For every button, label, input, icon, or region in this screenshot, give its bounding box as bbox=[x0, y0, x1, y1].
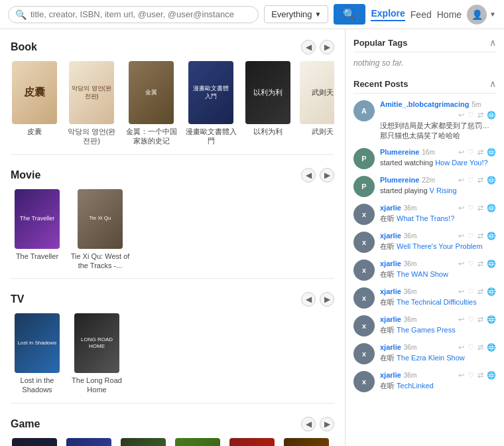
reply-icon[interactable]: ↩ bbox=[458, 371, 464, 380]
post-username[interactable]: Plumereine bbox=[380, 176, 419, 184]
list-item[interactable]: Baldur's Gate bbox=[11, 438, 58, 446]
book-nav-left[interactable]: ◀ bbox=[301, 40, 316, 54]
reply-icon[interactable]: ↩ bbox=[458, 287, 464, 296]
recent-posts-section: Recent Posts ∧ A Amitie_.blobcatgrimacin… bbox=[353, 78, 496, 392]
reply-icon[interactable]: ↩ bbox=[458, 343, 464, 352]
post-username[interactable]: xjarlie bbox=[380, 260, 401, 267]
list-item[interactable]: Lost Castle bbox=[65, 438, 113, 446]
more-icon[interactable]: 🌐 bbox=[487, 260, 496, 268]
post-username[interactable]: xjarlie bbox=[380, 287, 401, 295]
repost-icon[interactable]: ⇄ bbox=[477, 315, 483, 324]
book-nav-right[interactable]: ▶ bbox=[320, 40, 334, 54]
post-link[interactable]: The Ezra Klein Show bbox=[397, 354, 465, 362]
more-icon[interactable]: 🌐 bbox=[487, 176, 496, 185]
reply-icon[interactable]: ↩ bbox=[458, 204, 464, 212]
like-icon[interactable]: ♡ bbox=[468, 176, 474, 185]
list-item[interactable]: 以利为利 以利为利 bbox=[244, 61, 292, 146]
repost-icon[interactable]: ⇄ bbox=[477, 176, 483, 185]
recent-posts-header: Recent Posts ∧ bbox=[353, 78, 496, 94]
search-button[interactable]: 🔍 bbox=[334, 4, 365, 25]
post-link[interactable]: TechLinked bbox=[397, 382, 434, 390]
like-icon[interactable]: ♡ bbox=[468, 148, 474, 157]
post-link[interactable]: What The Trans!? bbox=[397, 214, 454, 222]
post-username[interactable]: xjarlie bbox=[380, 343, 401, 351]
repost-icon[interactable]: ⇄ bbox=[477, 260, 483, 268]
repost-icon[interactable]: ⇄ bbox=[477, 287, 483, 296]
post-username[interactable]: xjarlie bbox=[380, 232, 401, 240]
list-item[interactable]: 漫畫歐文書體入門 漫畫歐文書體入門 bbox=[184, 61, 237, 146]
list-item[interactable]: 악당의 영언(완전판) 악당의 영언(완전판) bbox=[65, 61, 118, 146]
like-icon[interactable]: ♡ bbox=[468, 111, 474, 119]
popular-tags-collapse-icon[interactable]: ∧ bbox=[489, 37, 496, 48]
like-icon[interactable]: ♡ bbox=[468, 232, 474, 240]
like-icon[interactable]: ♡ bbox=[468, 204, 474, 212]
post-link[interactable]: Well There's Your Problem bbox=[397, 242, 482, 250]
post-username[interactable]: xjarlie bbox=[380, 371, 401, 379]
list-item[interactable]: LONG ROAD HOME The Long Road Home bbox=[70, 313, 123, 395]
game-nav-left[interactable]: ◀ bbox=[301, 417, 316, 431]
post-username[interactable]: xjarlie bbox=[380, 315, 401, 323]
reply-icon[interactable]: ↩ bbox=[458, 111, 464, 119]
reply-icon[interactable]: ↩ bbox=[458, 176, 464, 185]
more-icon[interactable]: 🌐 bbox=[487, 111, 496, 119]
tv-nav-left[interactable]: ◀ bbox=[301, 292, 316, 307]
post-body: Plumereine 16m ↩ ♡ ⇄ 🌐 started watching … bbox=[380, 148, 496, 168]
post-link[interactable]: V Rising bbox=[430, 186, 457, 194]
reply-icon[interactable]: ↩ bbox=[458, 315, 464, 324]
like-icon[interactable]: ♡ bbox=[468, 343, 474, 352]
post-item: P Plumereine 16m ↩ ♡ ⇄ 🌐 started watchin… bbox=[353, 148, 496, 169]
list-item[interactable]: 武则天 武则天 bbox=[298, 61, 334, 146]
more-icon[interactable]: 🌐 bbox=[487, 287, 496, 296]
post-link[interactable]: How Dare You!? bbox=[435, 159, 488, 167]
search-type-dropdown[interactable]: Everything ▼ bbox=[264, 5, 328, 23]
explore-link[interactable]: Explore bbox=[371, 8, 405, 21]
post-link[interactable]: The Games Press bbox=[397, 326, 456, 334]
post-username[interactable]: xjarlie bbox=[380, 204, 401, 212]
feed-link[interactable]: Feed bbox=[410, 9, 432, 20]
tv-nav-right[interactable]: ▶ bbox=[320, 292, 334, 307]
list-item[interactable]: Plants vs Zombies bbox=[174, 438, 221, 446]
movie-nav-left[interactable]: ◀ bbox=[301, 168, 316, 183]
list-item[interactable]: Mortal Kombat bbox=[228, 438, 276, 446]
recent-posts-collapse-icon[interactable]: ∧ bbox=[489, 78, 496, 89]
list-item[interactable]: 金翼 金翼：一个中国家族的史记 bbox=[125, 61, 178, 146]
search-input[interactable] bbox=[31, 9, 251, 19]
avatar: x bbox=[353, 315, 375, 336]
section-divider bbox=[11, 278, 334, 279]
repost-icon[interactable]: ⇄ bbox=[477, 204, 483, 212]
more-icon[interactable]: 🌐 bbox=[487, 315, 496, 324]
reply-icon[interactable]: ↩ bbox=[458, 148, 464, 157]
dropdown-label: Everything bbox=[271, 9, 312, 19]
list-item[interactable]: Lost in Shadows Lost in the Shadows bbox=[11, 313, 64, 395]
more-icon[interactable]: 🌐 bbox=[487, 232, 496, 240]
movie-nav-right[interactable]: ▶ bbox=[320, 168, 334, 183]
like-icon[interactable]: ♡ bbox=[468, 315, 474, 324]
repost-icon[interactable]: ⇄ bbox=[477, 111, 483, 119]
avatar-wrap[interactable]: 👤 ▼ bbox=[467, 5, 496, 25]
repost-icon[interactable]: ⇄ bbox=[477, 232, 483, 240]
more-icon[interactable]: 🌐 bbox=[487, 343, 496, 352]
repost-icon[interactable]: ⇄ bbox=[477, 371, 483, 380]
list-item[interactable]: 皮囊 皮囊 bbox=[11, 61, 58, 146]
post-username[interactable]: Amitie_.blobcatgrimacing bbox=[380, 100, 469, 108]
game-nav-right[interactable]: ▶ bbox=[320, 417, 334, 431]
like-icon[interactable]: ♡ bbox=[468, 371, 474, 380]
game-cover: Plants vs Zombies bbox=[175, 438, 220, 446]
home-link[interactable]: Home bbox=[437, 9, 462, 20]
list-item[interactable]: Prison bbox=[119, 438, 167, 446]
post-username[interactable]: Plumereine bbox=[380, 148, 419, 156]
list-item[interactable]: Torchlight bbox=[283, 438, 330, 446]
post-link[interactable]: The Technical Difficulties bbox=[397, 298, 477, 306]
more-icon[interactable]: 🌐 bbox=[487, 204, 496, 212]
more-icon[interactable]: 🌐 bbox=[487, 371, 496, 380]
reply-icon[interactable]: ↩ bbox=[458, 232, 464, 240]
post-link[interactable]: The WAN Show bbox=[397, 270, 448, 278]
reply-icon[interactable]: ↩ bbox=[458, 260, 464, 268]
list-item[interactable]: The Traveller The Traveller bbox=[11, 189, 64, 271]
repost-icon[interactable]: ⇄ bbox=[477, 343, 483, 352]
like-icon[interactable]: ♡ bbox=[468, 287, 474, 296]
like-icon[interactable]: ♡ bbox=[468, 260, 474, 268]
repost-icon[interactable]: ⇄ bbox=[477, 148, 483, 157]
list-item[interactable]: Tie Xi Qu Tie Xi Qu: West of the Tracks … bbox=[70, 189, 130, 271]
more-icon[interactable]: 🌐 bbox=[487, 148, 496, 157]
